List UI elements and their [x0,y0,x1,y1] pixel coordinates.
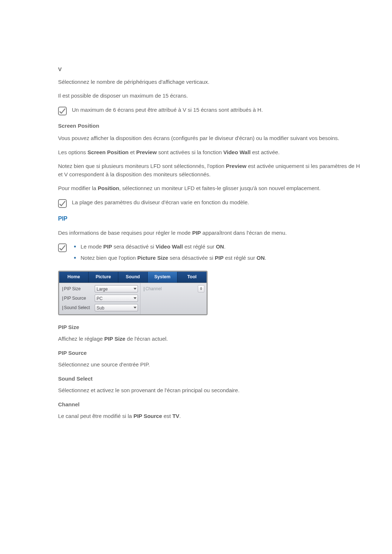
label-sound-select: |Sound Select [61,304,95,311]
tab-home[interactable]: Home [59,272,89,283]
heading-pip-source: PIP Source [58,349,363,357]
pip-settings-panel: Home Picture Sound System Tool |PIP Size… [58,271,208,315]
heading-pip: PIP [58,214,363,223]
svg-rect-2 [58,244,66,252]
para-pip-intro: Des informations de base requises pour r… [58,229,363,237]
tab-tool[interactable]: Tool [177,272,207,283]
list-item: Le mode PIP sera désactivé si Video Wall… [74,243,266,251]
chevron-down-icon [134,297,136,299]
label-channel: |Channel [143,286,162,292]
note-sp: La plage des paramètres du diviseur d'éc… [58,198,363,208]
tab-bar: Home Picture Sound System Tool [59,272,207,283]
heading-channel: Channel [58,401,363,409]
note-icon [58,243,67,252]
para-v-2: Il est possible de disposer un maximum d… [58,92,363,100]
svg-rect-1 [58,200,66,208]
heading-v: V [58,65,363,74]
chevron-up-icon [200,287,202,288]
chevron-down-icon [134,288,136,290]
para-sp-4: Pour modifier la Position, sélectionnez … [58,184,363,193]
svg-rect-0 [58,107,66,115]
tab-system[interactable]: System [148,272,177,283]
para-sp-2: Les options Screen Position et Preview s… [58,148,363,157]
para-v-1: Sélectionnez le nombre de périphériques … [58,78,363,86]
note-icon [58,107,67,115]
label-pip-size: |PIP Size [61,286,95,292]
label-pip-source: |PIP Source [61,295,95,301]
note-sp-text: La plage des paramètres du diviseur d'éc… [72,198,249,207]
note-icon [58,199,67,208]
chevron-down-icon [134,307,136,308]
pip-bullet-list: Le mode PIP sera désactivé si Video Wall… [72,243,266,265]
select-pip-size[interactable]: Large [95,285,138,292]
list-item: Notez bien que l'option Picture Size ser… [74,254,266,262]
para-channel: Le canal peut être modifié si la PIP Sou… [58,412,363,420]
heading-screen-position: Screen Position [58,122,363,130]
chevron-down-icon [200,289,202,290]
para-pip-size: Affichez le réglage PIP Size de l'écran … [58,335,363,343]
para-sp-3: Notez bien que si plusieurs moniteurs LF… [58,162,363,178]
para-sp-1: Vous pouvez afficher la disposition des … [58,134,363,143]
heading-sound-select: Sound Select [58,375,363,383]
heading-pip-size: PIP Size [58,323,363,332]
select-sound-select[interactable]: Sub [95,304,138,311]
tab-sound[interactable]: Sound [118,272,148,283]
tab-picture[interactable]: Picture [89,272,118,283]
note-v: Un maximum de 6 écrans peut être attribu… [58,106,363,115]
channel-stepper[interactable] [198,285,204,292]
note-v-text: Un maximum de 6 écrans peut être attribu… [72,106,263,114]
note-pip: Le mode PIP sera désactivé si Video Wall… [58,243,363,265]
select-pip-source[interactable]: PC [95,295,138,302]
para-pip-source: Sélectionnez une source d'entrée PIP. [58,361,363,369]
para-sound-select: Sélectionnez et activez le son provenant… [58,386,363,395]
